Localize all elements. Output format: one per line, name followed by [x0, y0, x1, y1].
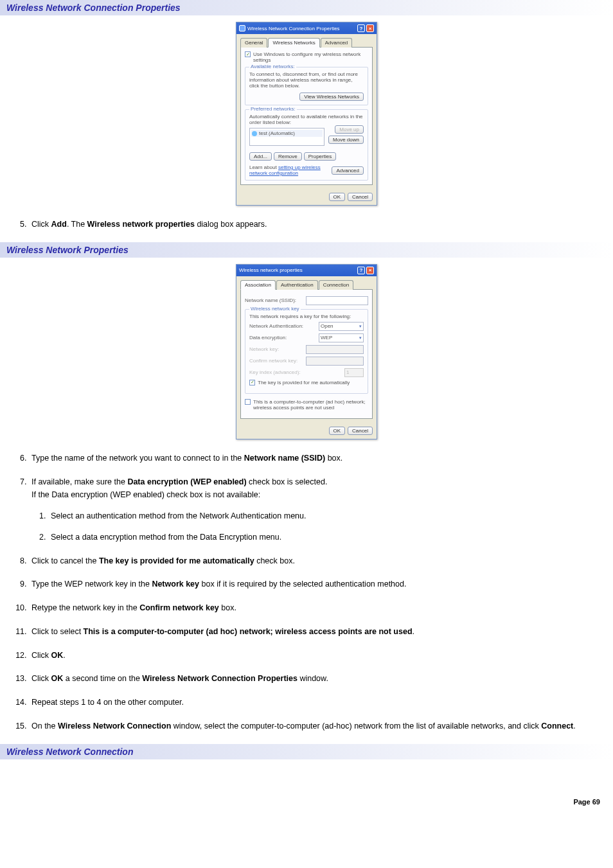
step-9: Type the WEP network key in the Network …	[29, 578, 600, 590]
select-value: Open	[321, 323, 333, 329]
step-bold: This is a computer-to-computer (ad hoc) …	[84, 627, 413, 636]
section-header-wireless-connection: Wireless Network Connection	[0, 744, 613, 759]
tab-wireless-networks[interactable]: Wireless Networks	[268, 38, 319, 48]
step-bold: OK	[51, 651, 64, 660]
step-text: .	[573, 722, 575, 731]
key-index-label: Key index (advanced):	[249, 369, 342, 375]
step-7: If available, make sure the Data encrypt…	[29, 476, 600, 544]
tab-connection[interactable]: Connection	[319, 280, 353, 290]
list-item[interactable]: test (Automatic)	[251, 130, 323, 137]
step-text: box.	[325, 454, 342, 463]
step-text: Click	[31, 674, 51, 683]
help-button[interactable]: ?	[357, 267, 365, 274]
properties-button[interactable]: Properties	[304, 152, 336, 161]
section-header-connection-properties: Wireless Network Connection Properties	[0, 0, 613, 15]
step-text: window, select the computer-to-computer …	[171, 722, 541, 731]
move-up-button[interactable]: Move up	[335, 125, 364, 134]
preferred-item-label: test (Automatic)	[259, 130, 295, 136]
step-11: Click to select This is a computer-to-co…	[29, 626, 600, 638]
network-key-label: Network key:	[249, 346, 303, 352]
preferred-networks-list[interactable]: test (Automatic)	[249, 128, 324, 146]
step-text: a second time on the	[63, 674, 142, 683]
step-bold: Connect	[541, 722, 573, 731]
available-networks-text: To connect to, disconnect from, or find …	[249, 71, 364, 89]
step-bold: Confirm network key	[139, 603, 219, 612]
auto-key-label: The key is provided for me automatically	[258, 380, 350, 385]
step-text: Click	[31, 651, 51, 660]
tab-authentication[interactable]: Authentication	[276, 280, 318, 290]
add-button[interactable]: Add...	[249, 152, 272, 161]
tab-association[interactable]: Association	[240, 280, 276, 290]
step-bold: The key is provided for me automatically	[99, 556, 254, 565]
use-windows-checkbox[interactable]: ✓	[245, 51, 251, 57]
advanced-button[interactable]: Advanced	[332, 166, 364, 175]
cancel-button[interactable]: Cancel	[348, 427, 373, 435]
learn-about-text: Learn about	[249, 164, 278, 170]
step-text: dialog box appears.	[195, 220, 267, 229]
step-text: check box.	[254, 556, 295, 565]
step-text: .	[413, 627, 414, 636]
close-button[interactable]: ×	[366, 24, 374, 32]
dialog1-title: Wireless Network Connection Properties	[247, 26, 340, 31]
network-icon	[252, 131, 257, 136]
step-bold: Network name (SSID)	[244, 454, 325, 463]
step-12: Click OK.	[29, 650, 600, 662]
network-auth-select[interactable]: Open▾	[319, 322, 364, 331]
help-button[interactable]: ?	[357, 24, 365, 32]
step-text: If available, make sure the	[31, 477, 127, 486]
wireless-key-group-title: Wireless network key	[249, 306, 301, 312]
chevron-down-icon: ▾	[359, 324, 362, 329]
dialog1-screenshot: Wireless Network Connection Properties ?…	[0, 22, 613, 206]
adhoc-checkbox[interactable]	[245, 399, 251, 405]
step-text: Repeat steps 1 to 4 on the other compute…	[29, 698, 184, 707]
confirm-key-input	[306, 357, 364, 366]
step-bold: Add	[51, 220, 67, 229]
view-wireless-networks-button[interactable]: View Wireless Networks	[299, 93, 364, 101]
wireless-key-group-text: This network requires a key for the foll…	[249, 314, 364, 319]
cancel-button[interactable]: Cancel	[348, 193, 373, 201]
step-text: On the	[31, 722, 58, 731]
step-bold: Wireless Network Connection	[58, 722, 171, 731]
dialog-network-properties: Wireless network properties ? × Associat…	[236, 264, 377, 439]
adhoc-label: This is a computer-to-computer (ad hoc) …	[253, 399, 368, 411]
ssid-label: Network name (SSID):	[245, 297, 303, 303]
wireless-icon	[239, 25, 245, 31]
ssid-input[interactable]	[306, 296, 368, 305]
select-value: WEP	[321, 335, 332, 341]
network-auth-label: Network Authentication:	[249, 323, 316, 329]
preferred-networks-title: Preferred networks:	[249, 106, 297, 112]
step-10: Retype the network key in the Confirm ne…	[29, 602, 600, 614]
chevron-down-icon: ▾	[359, 335, 362, 341]
step-text: box.	[219, 603, 236, 612]
data-encryption-label: Data encryption:	[249, 335, 316, 341]
substep-text: Select an authentication method from the…	[48, 511, 306, 520]
auto-key-checkbox[interactable]: ✓	[249, 380, 255, 385]
step-bold: OK	[51, 674, 64, 683]
step-bold: Wireless network properties	[87, 220, 195, 229]
dialog-connection-properties: Wireless Network Connection Properties ?…	[236, 22, 377, 206]
step-7-sub-1: Select an authentication method from the…	[48, 510, 600, 522]
ok-button[interactable]: OK	[329, 193, 346, 201]
ok-button[interactable]: OK	[329, 427, 346, 435]
step-13: Click OK a second time on the Wireless N…	[29, 673, 600, 685]
preferred-networks-text: Automatically connect to available netwo…	[249, 114, 364, 125]
remove-button[interactable]: Remove	[274, 152, 302, 161]
close-button[interactable]: ×	[366, 267, 374, 274]
data-encryption-select[interactable]: WEP▾	[319, 333, 364, 342]
network-key-input	[306, 345, 364, 354]
substep-text: Select a data encryption method from the…	[48, 533, 281, 542]
move-down-button[interactable]: Move down	[328, 136, 364, 144]
page-footer: Page 69	[0, 785, 613, 812]
available-networks-title: Available networks:	[249, 64, 296, 69]
step-7-sub-2: Select a data encryption method from the…	[48, 531, 600, 544]
step-bold: Data encryption (WEP enabled)	[127, 477, 246, 486]
step-text: Click to select	[31, 627, 84, 636]
tab-advanced[interactable]: Advanced	[321, 38, 353, 48]
step-text: .	[63, 651, 65, 660]
dialog1-titlebar: Wireless Network Connection Properties ?…	[236, 22, 377, 34]
step-15: On the Wireless Network Connection windo…	[29, 720, 600, 732]
step-text: Click to cancel the	[31, 556, 99, 565]
step-bold: Wireless Network Connection Properties	[142, 674, 298, 683]
tab-general[interactable]: General	[240, 38, 267, 48]
dialog2-screenshot: Wireless network properties ? × Associat…	[0, 264, 613, 439]
